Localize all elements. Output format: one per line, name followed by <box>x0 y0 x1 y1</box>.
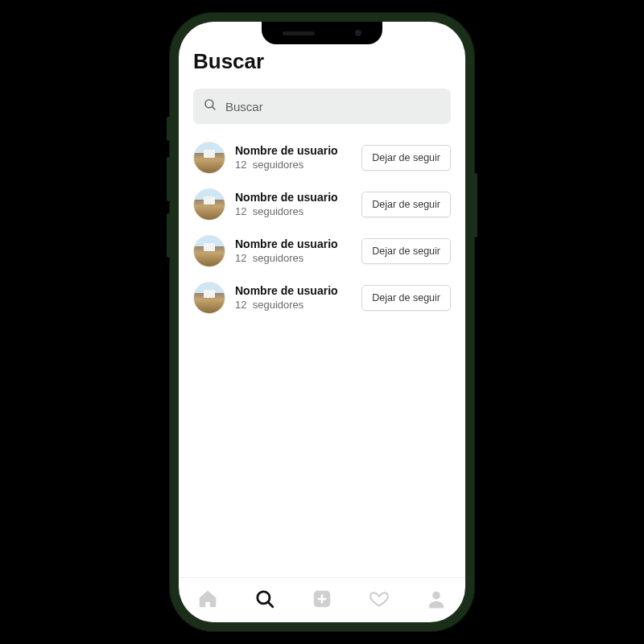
nav-profile[interactable] <box>425 588 448 610</box>
user-row[interactable]: Nombre de usuario12 seguidoresDejar de s… <box>193 235 451 267</box>
phone-side-button <box>474 173 477 237</box>
search-bar[interactable] <box>193 89 451 124</box>
search-icon <box>203 97 217 115</box>
nav-likes[interactable] <box>368 588 390 610</box>
profile-icon <box>426 588 447 609</box>
home-icon <box>197 588 218 609</box>
user-followers: 12 seguidores <box>235 159 352 171</box>
user-followers: 12 seguidores <box>235 205 352 218</box>
unfollow-button[interactable]: Dejar de seguir <box>361 192 451 217</box>
unfollow-button[interactable]: Dejar de seguir <box>361 285 451 311</box>
user-name: Nombre de usuario <box>235 144 352 159</box>
user-row[interactable]: Nombre de usuario12 seguidoresDejar de s… <box>193 142 451 174</box>
svg-point-5 <box>433 592 440 599</box>
user-row[interactable]: Nombre de usuario12 seguidoresDejar de s… <box>193 282 451 314</box>
heart-icon <box>369 588 390 609</box>
search-icon <box>254 588 275 609</box>
phone-side-button <box>167 213 170 258</box>
user-name: Nombre de usuario <box>235 191 352 205</box>
avatar[interactable] <box>193 142 225 174</box>
phone-side-button <box>167 117 170 141</box>
phone-screen: Buscar Nombre de usuario12 seguidoresDej… <box>179 22 465 622</box>
page-title: Buscar <box>193 49 451 74</box>
user-info: Nombre de usuario12 seguidores <box>235 144 352 171</box>
user-info: Nombre de usuario12 seguidores <box>235 237 352 265</box>
svg-line-3 <box>268 601 273 606</box>
user-info: Nombre de usuario12 seguidores <box>235 284 352 312</box>
avatar[interactable] <box>193 188 225 221</box>
nav-search[interactable] <box>254 588 276 610</box>
unfollow-button[interactable]: Dejar de seguir <box>361 238 451 264</box>
user-followers: 12 seguidores <box>235 252 352 265</box>
svg-line-1 <box>212 106 215 109</box>
user-row[interactable]: Nombre de usuario12 seguidoresDejar de s… <box>193 188 451 221</box>
avatar[interactable] <box>193 282 225 314</box>
search-input[interactable] <box>225 100 441 114</box>
nav-home[interactable] <box>196 588 219 610</box>
page-content: Buscar Nombre de usuario12 seguidoresDej… <box>179 22 465 577</box>
user-list: Nombre de usuario12 seguidoresDejar de s… <box>193 142 451 314</box>
avatar[interactable] <box>193 235 225 267</box>
nav-add[interactable] <box>311 588 333 610</box>
phone-side-button <box>167 157 170 201</box>
phone-frame: Buscar Nombre de usuario12 seguidoresDej… <box>169 12 475 632</box>
unfollow-button[interactable]: Dejar de seguir <box>361 145 451 171</box>
plus-square-icon <box>312 588 332 609</box>
bottom-nav <box>179 577 465 622</box>
user-name: Nombre de usuario <box>235 284 352 299</box>
phone-notch <box>262 22 382 44</box>
user-info: Nombre de usuario12 seguidores <box>235 191 352 218</box>
user-followers: 12 seguidores <box>235 299 352 312</box>
user-name: Nombre de usuario <box>235 237 352 252</box>
